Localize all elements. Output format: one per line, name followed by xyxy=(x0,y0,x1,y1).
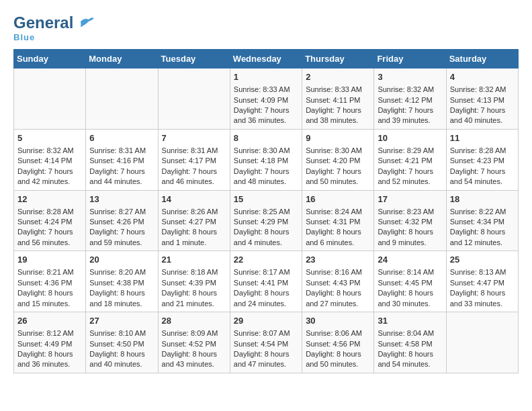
calendar-cell: 13Sunrise: 8:27 AMSunset: 4:26 PMDayligh… xyxy=(86,190,158,251)
calendar-cell: 26Sunrise: 8:12 AMSunset: 4:49 PMDayligh… xyxy=(14,312,86,373)
day-number: 24 xyxy=(378,254,442,266)
sunset-text: Sunset: 4:56 PM xyxy=(306,339,370,349)
sunrise-text: Sunrise: 8:28 AM xyxy=(17,207,82,217)
day-number: 7 xyxy=(162,132,226,144)
daylight-text: Daylight: 8 hours and 12 minutes. xyxy=(450,227,515,248)
daylight-text: Daylight: 7 hours and 42 minutes. xyxy=(17,167,82,187)
sunset-text: Sunset: 4:23 PM xyxy=(450,156,515,166)
sunrise-text: Sunrise: 8:07 AM xyxy=(234,328,298,338)
daylight-text: Daylight: 8 hours and 6 minutes. xyxy=(306,227,370,248)
sunrise-text: Sunrise: 8:27 AM xyxy=(89,207,154,217)
sunrise-text: Sunrise: 8:26 AM xyxy=(162,207,226,217)
daylight-text: Daylight: 8 hours and 18 minutes. xyxy=(89,288,154,309)
calendar-cell: 4Sunrise: 8:32 AMSunset: 4:13 PMDaylight… xyxy=(446,68,518,130)
sunrise-text: Sunrise: 8:30 AM xyxy=(306,146,370,156)
calendar-cell: 19Sunrise: 8:21 AMSunset: 4:36 PMDayligh… xyxy=(14,251,86,312)
daylight-text: Daylight: 8 hours and 15 minutes. xyxy=(17,288,82,309)
calendar-cell xyxy=(446,312,518,373)
calendar-cell: 25Sunrise: 8:13 AMSunset: 4:47 PMDayligh… xyxy=(446,251,518,312)
day-number: 1 xyxy=(234,71,298,83)
weekday-header-wednesday: Wednesday xyxy=(230,50,302,68)
day-number: 16 xyxy=(306,193,370,205)
day-number: 18 xyxy=(450,193,515,205)
day-number: 5 xyxy=(17,132,82,144)
calendar-cell: 11Sunrise: 8:28 AMSunset: 4:23 PMDayligh… xyxy=(446,129,518,190)
calendar-cell: 3Sunrise: 8:32 AMSunset: 4:12 PMDaylight… xyxy=(374,68,446,130)
daylight-text: Daylight: 8 hours and 30 minutes. xyxy=(378,288,442,309)
sunrise-text: Sunrise: 8:33 AM xyxy=(306,85,370,95)
daylight-text: Daylight: 7 hours and 44 minutes. xyxy=(89,167,154,187)
calendar-week-3: 12Sunrise: 8:28 AMSunset: 4:24 PMDayligh… xyxy=(14,190,519,251)
sunset-text: Sunset: 4:39 PM xyxy=(162,278,226,288)
calendar-cell: 27Sunrise: 8:10 AMSunset: 4:50 PMDayligh… xyxy=(86,312,158,373)
daylight-text: Daylight: 8 hours and 36 minutes. xyxy=(17,349,82,370)
daylight-text: Daylight: 8 hours and 1 minute. xyxy=(162,227,226,248)
daylight-text: Daylight: 8 hours and 4 minutes. xyxy=(234,227,298,248)
calendar-cell: 2Sunrise: 8:33 AMSunset: 4:11 PMDaylight… xyxy=(302,68,374,130)
logo-general: General xyxy=(13,13,73,32)
sunset-text: Sunset: 4:43 PM xyxy=(306,278,370,288)
calendar-cell xyxy=(14,68,86,130)
calendar-cell: 10Sunrise: 8:29 AMSunset: 4:21 PMDayligh… xyxy=(374,129,446,190)
calendar-cell: 20Sunrise: 8:20 AMSunset: 4:38 PMDayligh… xyxy=(86,251,158,312)
daylight-text: Daylight: 7 hours and 38 minutes. xyxy=(306,105,370,126)
calendar-cell: 15Sunrise: 8:25 AMSunset: 4:29 PMDayligh… xyxy=(230,190,302,251)
sunset-text: Sunset: 4:27 PM xyxy=(162,217,226,227)
daylight-text: Daylight: 8 hours and 43 minutes. xyxy=(162,349,226,370)
sunrise-text: Sunrise: 8:31 AM xyxy=(162,146,226,156)
daylight-text: Daylight: 7 hours and 46 minutes. xyxy=(162,167,226,187)
sunset-text: Sunset: 4:41 PM xyxy=(234,278,298,288)
weekday-header-saturday: Saturday xyxy=(446,50,518,68)
day-number: 13 xyxy=(89,193,154,205)
sunset-text: Sunset: 4:29 PM xyxy=(234,217,298,227)
sunset-text: Sunset: 4:12 PM xyxy=(378,95,442,105)
daylight-text: Daylight: 8 hours and 50 minutes. xyxy=(306,349,370,370)
sunrise-text: Sunrise: 8:23 AM xyxy=(378,207,442,217)
sunset-text: Sunset: 4:45 PM xyxy=(378,278,442,288)
sunrise-text: Sunrise: 8:18 AM xyxy=(162,267,226,277)
sunset-text: Sunset: 4:54 PM xyxy=(234,339,298,349)
day-number: 11 xyxy=(450,132,515,144)
sunrise-text: Sunrise: 8:06 AM xyxy=(306,328,370,338)
sunset-text: Sunset: 4:16 PM xyxy=(89,156,154,166)
sunrise-text: Sunrise: 8:32 AM xyxy=(378,85,442,95)
day-number: 6 xyxy=(89,132,154,144)
logo-bird-icon xyxy=(79,16,94,28)
calendar-week-2: 5Sunrise: 8:32 AMSunset: 4:14 PMDaylight… xyxy=(14,129,519,190)
calendar-cell: 22Sunrise: 8:17 AMSunset: 4:41 PMDayligh… xyxy=(230,251,302,312)
day-number: 20 xyxy=(89,254,154,266)
calendar-cell: 7Sunrise: 8:31 AMSunset: 4:17 PMDaylight… xyxy=(158,129,230,190)
day-number: 26 xyxy=(17,315,82,327)
day-number: 19 xyxy=(17,254,82,266)
daylight-text: Daylight: 7 hours and 50 minutes. xyxy=(306,167,370,187)
day-number: 8 xyxy=(234,132,298,144)
daylight-text: Daylight: 7 hours and 39 minutes. xyxy=(378,105,442,126)
calendar-cell: 29Sunrise: 8:07 AMSunset: 4:54 PMDayligh… xyxy=(230,312,302,373)
sunset-text: Sunset: 4:50 PM xyxy=(89,339,154,349)
day-number: 2 xyxy=(306,71,370,83)
sunrise-text: Sunrise: 8:24 AM xyxy=(306,207,370,217)
daylight-text: Daylight: 7 hours and 59 minutes. xyxy=(89,227,154,248)
day-number: 28 xyxy=(162,315,226,327)
sunset-text: Sunset: 4:17 PM xyxy=(162,156,226,166)
sunrise-text: Sunrise: 8:33 AM xyxy=(234,85,298,95)
day-number: 25 xyxy=(450,254,515,266)
calendar-cell: 12Sunrise: 8:28 AMSunset: 4:24 PMDayligh… xyxy=(14,190,86,251)
day-number: 22 xyxy=(234,254,298,266)
calendar-week-4: 19Sunrise: 8:21 AMSunset: 4:36 PMDayligh… xyxy=(14,251,519,312)
sunset-text: Sunset: 4:24 PM xyxy=(17,217,82,227)
daylight-text: Daylight: 7 hours and 52 minutes. xyxy=(378,167,442,187)
calendar-cell: 30Sunrise: 8:06 AMSunset: 4:56 PMDayligh… xyxy=(302,312,374,373)
calendar-cell: 16Sunrise: 8:24 AMSunset: 4:31 PMDayligh… xyxy=(302,190,374,251)
day-number: 31 xyxy=(378,315,442,327)
calendar-cell: 28Sunrise: 8:09 AMSunset: 4:52 PMDayligh… xyxy=(158,312,230,373)
calendar-cell: 14Sunrise: 8:26 AMSunset: 4:27 PMDayligh… xyxy=(158,190,230,251)
sunset-text: Sunset: 4:20 PM xyxy=(306,156,370,166)
sunset-text: Sunset: 4:26 PM xyxy=(89,217,154,227)
calendar-table: SundayMondayTuesdayWednesdayThursdayFrid… xyxy=(13,49,519,373)
sunrise-text: Sunrise: 8:30 AM xyxy=(234,146,298,156)
day-number: 30 xyxy=(306,315,370,327)
calendar-cell: 24Sunrise: 8:14 AMSunset: 4:45 PMDayligh… xyxy=(374,251,446,312)
sunset-text: Sunset: 4:52 PM xyxy=(162,339,226,349)
sunrise-text: Sunrise: 8:17 AM xyxy=(234,267,298,277)
